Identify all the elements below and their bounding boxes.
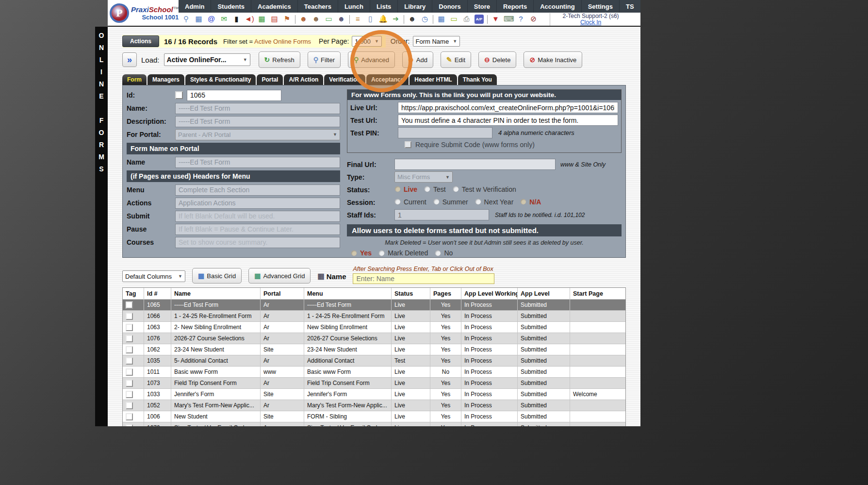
add-button[interactable]: ⊕Add <box>402 51 433 68</box>
status-radio[interactable] <box>394 186 401 192</box>
ap-badge-icon[interactable]: A/P <box>475 15 484 24</box>
nav-item-students[interactable]: Students <box>211 0 251 13</box>
tab-portal[interactable]: Portal <box>257 74 283 85</box>
tab-headerhtml[interactable]: Header HTML <box>409 74 457 85</box>
table-row[interactable]: 1073Field Trip Consent FormArField Trip … <box>123 378 625 389</box>
table-row[interactable]: 10355- Additional ContactArAdditional Co… <box>123 355 625 367</box>
row-tag-checkbox[interactable] <box>126 357 133 365</box>
email-at-icon[interactable]: @ <box>207 15 216 24</box>
column-header-applevel[interactable]: App Level <box>518 288 570 299</box>
row-tag-checkbox[interactable] <box>126 324 133 331</box>
advanced-grid-button[interactable]: ▦Advanced Grid <box>248 268 311 284</box>
pdf-icon[interactable]: ▼ <box>491 15 500 24</box>
tab-thankyou[interactable]: Thank You <box>458 74 497 85</box>
lunch-icon[interactable]: ≡ <box>353 15 362 24</box>
nav-item-academics[interactable]: Academics <box>251 0 298 13</box>
table-row[interactable]: 1052Mary's Test Form-New Applic...ArMary… <box>123 400 625 411</box>
session-radio[interactable] <box>433 199 440 205</box>
tab-form[interactable]: Form <box>122 74 147 85</box>
speaker-icon[interactable]: ◄) <box>245 15 254 24</box>
tab-acceptance[interactable]: Acceptance <box>366 74 409 85</box>
tab-managers[interactable]: Managers <box>147 74 184 85</box>
edit-button[interactable]: ✎Edit <box>441 51 471 68</box>
calendar-grid-icon[interactable]: ▦ <box>194 15 203 24</box>
advanced-button[interactable]: ⚲Advanced <box>348 51 395 68</box>
id-field[interactable] <box>187 90 281 101</box>
nav-item-lunch[interactable]: Lunch <box>338 0 370 13</box>
table-row[interactable]: 106223-24 New StudentSite23-24 New Stude… <box>123 344 625 355</box>
table-row[interactable]: 10762026-27 Course SelectionsAr2026-27 C… <box>123 333 625 344</box>
tab-verification[interactable]: Verification <box>324 74 365 85</box>
nav-item-accounting[interactable]: Accounting <box>534 0 582 13</box>
print-card-icon[interactable]: ⎙ <box>462 15 471 24</box>
nav-item-admin[interactable]: Admin <box>179 0 211 13</box>
bell-icon[interactable]: 🔔 <box>378 15 388 24</box>
column-header-name[interactable]: Name <box>171 288 261 299</box>
chat-bubble-icon[interactable]: ✉ <box>219 15 229 24</box>
column-header-pages[interactable]: Pages <box>430 288 461 299</box>
table-row[interactable]: 10661 - 24-25 Re-Enrollment FormAr1 - 24… <box>123 311 625 322</box>
row-tag-checkbox[interactable] <box>126 313 133 320</box>
refresh-button[interactable]: ↻Refresh <box>259 51 300 68</box>
id-checkbox[interactable] <box>175 91 183 99</box>
nav-item-store[interactable]: Store <box>468 0 497 13</box>
pause-field[interactable] <box>175 224 340 235</box>
order-select[interactable]: Form Name▼ <box>413 36 460 47</box>
column-header-portal[interactable]: Portal <box>261 288 304 299</box>
bin-icon[interactable]: ▯ <box>366 15 375 24</box>
column-header-id[interactable]: Id # <box>144 288 171 299</box>
delete-radio[interactable] <box>378 250 385 256</box>
staff-ids-field[interactable] <box>394 209 489 220</box>
nav-item-donors[interactable]: Donors <box>432 0 468 13</box>
row-tag-checkbox[interactable] <box>126 424 133 427</box>
delete-button[interactable]: ⊖Delete <box>478 51 516 68</box>
expand-button[interactable]: » <box>122 52 137 67</box>
brand-logo[interactable]: P PraxiSchoolTM School 1001 <box>108 0 179 26</box>
family-icon[interactable]: ☻ <box>337 15 346 24</box>
row-tag-checkbox[interactable] <box>126 346 133 353</box>
row-tag-checkbox[interactable] <box>126 413 133 420</box>
load-select[interactable]: Active OnlineFor... ▼ <box>164 53 250 66</box>
row-tag-checkbox[interactable] <box>126 402 133 409</box>
person-icon[interactable]: ☻ <box>311 15 321 24</box>
row-tag-checkbox[interactable] <box>126 335 133 342</box>
session-radio[interactable] <box>394 199 401 205</box>
alarm-clock-icon[interactable]: ◷ <box>420 15 429 24</box>
nav-item-teachers[interactable]: Teachers <box>298 0 338 13</box>
forward-icon[interactable]: ➔ <box>391 15 400 24</box>
card-icon[interactable]: ▭ <box>449 15 459 24</box>
nav-item-ts[interactable]: TS <box>620 0 640 13</box>
session-radio[interactable] <box>520 199 526 205</box>
table-row[interactable]: 1006New StudentSiteFORM - SiblingLiveYes… <box>123 411 625 422</box>
delete-radio[interactable] <box>351 250 357 256</box>
clock-in-link[interactable]: Clock In <box>580 19 601 26</box>
submit-field[interactable] <box>175 211 340 222</box>
filter-button[interactable]: ⚲Filter <box>308 51 341 68</box>
calendar-date-icon[interactable]: ▤ <box>270 15 279 24</box>
mobile-phone-icon[interactable]: ▮ <box>232 15 241 24</box>
per-page-select[interactable]: 1,000▼ <box>352 36 381 47</box>
courses-field[interactable] <box>175 237 340 248</box>
staff-icon[interactable]: ☻ <box>408 15 417 24</box>
cash-register-icon[interactable]: ⌨ <box>504 15 513 24</box>
power-icon[interactable]: ⊘ <box>529 15 538 24</box>
tab-stylesfunctionality[interactable]: Styles & Functionality <box>185 74 256 85</box>
require-submit-checkbox[interactable] <box>405 141 411 148</box>
final-url-field[interactable] <box>394 159 556 170</box>
spreadsheet-icon[interactable]: ▦ <box>437 15 446 24</box>
live-url-field[interactable] <box>398 102 618 113</box>
column-header-applevelworking[interactable]: App Level Working <box>461 288 518 299</box>
basic-grid-button[interactable]: ▦Basic Grid <box>192 268 242 284</box>
row-tag-checkbox[interactable] <box>126 380 133 387</box>
column-header-status[interactable]: Status <box>392 288 430 299</box>
nav-item-reports[interactable]: Reports <box>497 0 534 13</box>
table-row[interactable]: 1033Jennifer's FormSiteJennifer's FormLi… <box>123 389 625 400</box>
status-radio[interactable] <box>424 186 430 192</box>
table-row[interactable]: 1065-----Ed Test FormAr-----Ed Test Form… <box>123 300 625 311</box>
nav-item-settings[interactable]: Settings <box>582 0 620 13</box>
make-inactive-button[interactable]: ⊘Make Inactive <box>524 51 582 68</box>
table-row[interactable]: 10632- New Sibling EnrollmentArNew Sibli… <box>123 322 625 333</box>
name-search-input[interactable] <box>353 273 494 284</box>
help-icon[interactable]: ? <box>516 15 525 24</box>
column-header-tag[interactable]: Tag <box>123 288 144 299</box>
